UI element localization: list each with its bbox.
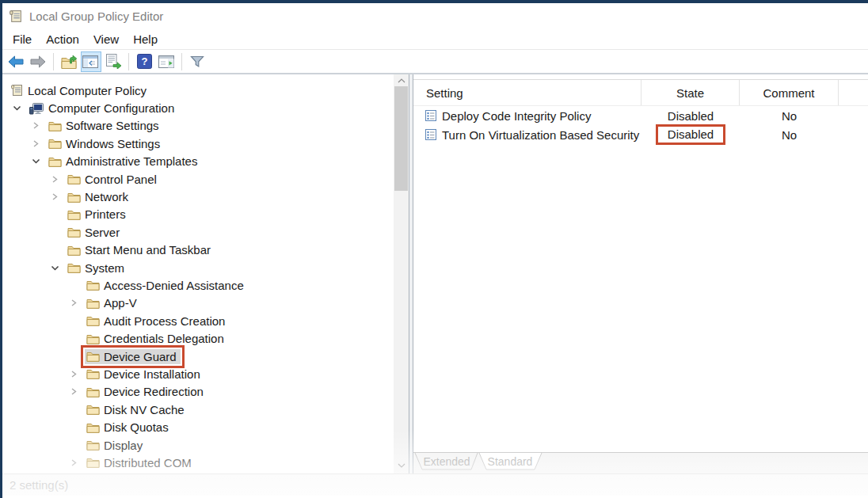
tree-item-access-denied-assistance[interactable]: Access-Denied Assistance xyxy=(2,276,409,294)
tree-item-label: Audit Process Creation xyxy=(104,314,225,328)
tree-item-credentials-delegation[interactable]: Credentials Delegation xyxy=(2,329,409,347)
tree-item-computer-configuration[interactable]: Computer Configuration xyxy=(2,99,409,116)
tree-item-server[interactable]: Server xyxy=(2,223,409,241)
chevron-right-icon[interactable] xyxy=(32,139,47,148)
tree-item-app-v[interactable]: App-V xyxy=(2,295,409,312)
console-tree-pane: Local Computer PolicyComputer Configurat… xyxy=(2,74,409,473)
filter-button[interactable] xyxy=(187,51,207,72)
setting-name: Deploy Code Integrity Policy xyxy=(442,109,591,123)
annotation-box: Device Guard xyxy=(85,349,181,364)
chevron-down-icon[interactable] xyxy=(13,104,28,112)
folder-icon xyxy=(67,226,81,238)
tree-item-body: Audit Process Creation xyxy=(85,314,229,329)
chevron-right-icon[interactable] xyxy=(51,192,66,201)
tree-item-label: Credentials Delegation xyxy=(104,332,224,345)
folder-icon xyxy=(86,315,100,326)
tree-item-label: Disk NV Cache xyxy=(104,403,185,416)
toolbar-separator xyxy=(128,53,129,70)
tree-item-device-redirection[interactable]: Device Redirection xyxy=(2,383,409,401)
menu-file[interactable]: File xyxy=(13,32,32,46)
tree-item-display[interactable]: Display xyxy=(2,436,409,454)
tree-item-distributed-com[interactable]: Distributed COM xyxy=(2,454,409,471)
tree: Local Computer PolicyComputer Configurat… xyxy=(2,74,409,472)
tab-standard[interactable]: Standard xyxy=(488,455,533,468)
tree-item-disk-nv-cache[interactable]: Disk NV Cache xyxy=(2,401,409,418)
column-header-comment[interactable]: Comment xyxy=(740,80,839,105)
chevron-right-icon[interactable] xyxy=(70,370,85,378)
chevron-right-icon[interactable] xyxy=(70,298,85,307)
tree-item-body: Device Redirection xyxy=(85,384,207,399)
tree-item-body: Computer Configuration xyxy=(28,101,178,116)
back-icon xyxy=(7,55,25,69)
export-list-icon xyxy=(105,54,122,69)
tree-item-label: Access-Denied Assistance xyxy=(104,279,244,292)
setting-name: Turn On Virtualization Based Security xyxy=(442,128,639,142)
chevron-right-icon[interactable] xyxy=(51,175,66,184)
show-console-tree-button[interactable] xyxy=(81,51,101,72)
tree-item-start-menu-and-taskbar[interactable]: Start Menu and Taskbar xyxy=(2,241,409,259)
folder-icon xyxy=(86,386,100,397)
main-content: Local Computer PolicyComputer Configurat… xyxy=(2,74,868,473)
scrollbar-thumb[interactable] xyxy=(394,86,408,191)
tree-scrollbar[interactable] xyxy=(394,74,409,473)
forward-button[interactable] xyxy=(28,51,48,72)
tree-item-label: Device Guard xyxy=(104,350,177,363)
help-button[interactable]: ? xyxy=(134,51,154,72)
folder-icon xyxy=(86,422,100,433)
tree-item-label: Disk Quotas xyxy=(104,420,169,434)
scroll-up-icon[interactable] xyxy=(394,74,409,87)
tree-item-administrative-templates[interactable]: Administrative Templates xyxy=(2,153,409,170)
tree-item-body: System xyxy=(66,260,128,276)
setting-row[interactable]: Deploy Code Integrity PolicyDisabledNo xyxy=(413,106,868,125)
chevron-down-icon[interactable] xyxy=(51,264,66,272)
tree-item-body: Local Computer Policy xyxy=(9,83,150,98)
menu-action[interactable]: Action xyxy=(46,32,79,46)
folder-icon xyxy=(67,262,81,273)
column-header-setting[interactable]: Setting xyxy=(413,80,641,105)
tree-item-control-panel[interactable]: Control Panel xyxy=(2,170,409,188)
tree-item-local-computer-policy[interactable]: Local Computer Policy xyxy=(2,82,409,99)
filter-icon xyxy=(189,55,205,69)
tree-item-network[interactable]: Network xyxy=(2,188,409,205)
tree-item-body: Network xyxy=(66,189,132,204)
policy-scroll-icon xyxy=(9,10,23,23)
column-header-state[interactable]: State xyxy=(641,80,740,105)
back-button[interactable] xyxy=(6,51,26,72)
tree-item-device-guard[interactable]: Device Guard xyxy=(2,348,409,365)
tree-item-device-installation[interactable]: Device Installation xyxy=(2,365,409,382)
export-list-button[interactable] xyxy=(103,51,124,72)
tree-item-body: Server xyxy=(66,225,124,240)
menu-view[interactable]: View xyxy=(93,32,119,46)
tree-item-body: Disk Quotas xyxy=(85,420,173,435)
chevron-right-icon[interactable] xyxy=(32,121,47,130)
tree-item-disk-quotas[interactable]: Disk Quotas xyxy=(2,418,409,435)
tree-item-printers[interactable]: Printers xyxy=(2,206,409,223)
tree-item-label: Start Menu and Taskbar xyxy=(85,243,211,257)
show-action-pane-button[interactable] xyxy=(156,51,177,72)
tree-item-label: System xyxy=(85,261,124,275)
tree-item-audit-process-creation[interactable]: Audit Process Creation xyxy=(2,312,409,329)
tree-item-windows-settings[interactable]: Windows Settings xyxy=(2,135,409,152)
up-one-level-button[interactable] xyxy=(59,51,79,72)
chevron-right-icon[interactable] xyxy=(70,387,85,396)
chevron-right-icon[interactable] xyxy=(70,458,85,467)
tree-item-label: Server xyxy=(85,226,120,239)
menu-help[interactable]: Help xyxy=(133,32,158,46)
tree-item-label: Printers xyxy=(85,207,126,221)
tree-item-software-settings[interactable]: Software Settings xyxy=(2,117,409,135)
scroll-down-icon[interactable] xyxy=(394,459,409,472)
annotation-box: Disabled xyxy=(656,124,725,145)
settings-list: Setting State Comment Deploy Code Integr… xyxy=(413,79,868,453)
setting-row[interactable]: Turn On Virtualization Based SecurityDis… xyxy=(413,125,868,144)
toolbar-separator xyxy=(53,53,54,70)
tab-extended[interactable]: Extended xyxy=(423,455,470,468)
tree-item-label: App-V xyxy=(104,296,137,310)
folder-icon xyxy=(86,368,100,379)
settings-pane: Setting State Comment Deploy Code Integr… xyxy=(413,74,868,473)
chevron-down-icon[interactable] xyxy=(32,157,47,165)
folder-icon xyxy=(48,138,62,149)
folder-icon xyxy=(67,192,81,203)
menu-bar: FileActionViewHelp xyxy=(2,29,868,50)
tree-item-system[interactable]: System xyxy=(2,259,409,276)
tree-item-label: Network xyxy=(85,190,128,203)
